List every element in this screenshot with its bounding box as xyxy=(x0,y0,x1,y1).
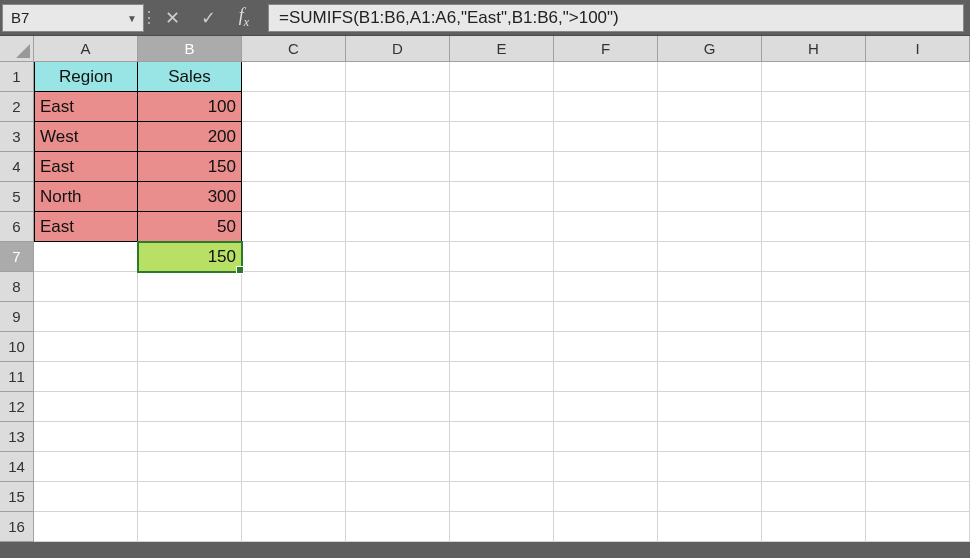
cell-g9[interactable] xyxy=(658,302,762,332)
cell-f4[interactable] xyxy=(554,152,658,182)
row-header-8[interactable]: 8 xyxy=(0,272,34,302)
cell-f11[interactable] xyxy=(554,362,658,392)
cell-g4[interactable] xyxy=(658,152,762,182)
column-header-g[interactable]: G xyxy=(658,36,762,62)
cell-a3[interactable]: West xyxy=(34,122,138,152)
cell-d6[interactable] xyxy=(346,212,450,242)
cell-g6[interactable] xyxy=(658,212,762,242)
cell-c4[interactable] xyxy=(242,152,346,182)
cell-f5[interactable] xyxy=(554,182,658,212)
cell-a6[interactable]: East xyxy=(34,212,138,242)
cell-b3[interactable]: 200 xyxy=(138,122,242,152)
cell-e10[interactable] xyxy=(450,332,554,362)
cell-d5[interactable] xyxy=(346,182,450,212)
cell-f2[interactable] xyxy=(554,92,658,122)
cell-b11[interactable] xyxy=(138,362,242,392)
cell-g11[interactable] xyxy=(658,362,762,392)
cell-f14[interactable] xyxy=(554,452,658,482)
cell-h2[interactable] xyxy=(762,92,866,122)
cell-i11[interactable] xyxy=(866,362,970,392)
cell-c3[interactable] xyxy=(242,122,346,152)
cell-d2[interactable] xyxy=(346,92,450,122)
cell-c6[interactable] xyxy=(242,212,346,242)
cell-c11[interactable] xyxy=(242,362,346,392)
row-header-15[interactable]: 15 xyxy=(0,482,34,512)
cell-g13[interactable] xyxy=(658,422,762,452)
cell-e14[interactable] xyxy=(450,452,554,482)
row-header-11[interactable]: 11 xyxy=(0,362,34,392)
cell-h13[interactable] xyxy=(762,422,866,452)
cell-e5[interactable] xyxy=(450,182,554,212)
cell-h14[interactable] xyxy=(762,452,866,482)
cell-b4[interactable]: 150 xyxy=(138,152,242,182)
cell-f7[interactable] xyxy=(554,242,658,272)
cell-e8[interactable] xyxy=(450,272,554,302)
cell-f13[interactable] xyxy=(554,422,658,452)
row-header-1[interactable]: 1 xyxy=(0,62,34,92)
cell-g12[interactable] xyxy=(658,392,762,422)
cell-h4[interactable] xyxy=(762,152,866,182)
cell-f16[interactable] xyxy=(554,512,658,542)
cell-c10[interactable] xyxy=(242,332,346,362)
cell-b16[interactable] xyxy=(138,512,242,542)
cell-h10[interactable] xyxy=(762,332,866,362)
column-header-d[interactable]: D xyxy=(346,36,450,62)
cell-c15[interactable] xyxy=(242,482,346,512)
cell-d11[interactable] xyxy=(346,362,450,392)
cell-d7[interactable] xyxy=(346,242,450,272)
cell-h12[interactable] xyxy=(762,392,866,422)
cell-f1[interactable] xyxy=(554,62,658,92)
cell-b1[interactable]: Sales xyxy=(138,62,242,92)
row-header-4[interactable]: 4 xyxy=(0,152,34,182)
cell-h8[interactable] xyxy=(762,272,866,302)
cell-e16[interactable] xyxy=(450,512,554,542)
cell-i15[interactable] xyxy=(866,482,970,512)
column-header-a[interactable]: A xyxy=(34,36,138,62)
cell-c13[interactable] xyxy=(242,422,346,452)
cell-e3[interactable] xyxy=(450,122,554,152)
cell-e15[interactable] xyxy=(450,482,554,512)
cell-i16[interactable] xyxy=(866,512,970,542)
cell-d8[interactable] xyxy=(346,272,450,302)
cell-i2[interactable] xyxy=(866,92,970,122)
cell-c1[interactable] xyxy=(242,62,346,92)
cell-g15[interactable] xyxy=(658,482,762,512)
cell-f8[interactable] xyxy=(554,272,658,302)
cell-a12[interactable] xyxy=(34,392,138,422)
cell-i8[interactable] xyxy=(866,272,970,302)
column-header-b[interactable]: B xyxy=(138,36,242,62)
cell-a2[interactable]: East xyxy=(34,92,138,122)
cell-i12[interactable] xyxy=(866,392,970,422)
row-header-13[interactable]: 13 xyxy=(0,422,34,452)
cell-e2[interactable] xyxy=(450,92,554,122)
cell-i4[interactable] xyxy=(866,152,970,182)
cell-e4[interactable] xyxy=(450,152,554,182)
cell-a14[interactable] xyxy=(34,452,138,482)
cell-c8[interactable] xyxy=(242,272,346,302)
cell-h3[interactable] xyxy=(762,122,866,152)
cell-a15[interactable] xyxy=(34,482,138,512)
cell-i10[interactable] xyxy=(866,332,970,362)
cell-e9[interactable] xyxy=(450,302,554,332)
cell-d13[interactable] xyxy=(346,422,450,452)
cell-b7[interactable]: 150 xyxy=(138,242,242,272)
cell-f10[interactable] xyxy=(554,332,658,362)
cell-i3[interactable] xyxy=(866,122,970,152)
row-header-6[interactable]: 6 xyxy=(0,212,34,242)
cell-h5[interactable] xyxy=(762,182,866,212)
cancel-formula-button[interactable]: ✕ xyxy=(154,4,190,32)
cell-c2[interactable] xyxy=(242,92,346,122)
cell-d9[interactable] xyxy=(346,302,450,332)
cell-c9[interactable] xyxy=(242,302,346,332)
formula-input[interactable]: =SUMIFS(B1:B6,A1:A6,"East",B1:B6,">100") xyxy=(268,4,964,32)
cell-h7[interactable] xyxy=(762,242,866,272)
cell-h11[interactable] xyxy=(762,362,866,392)
name-box[interactable]: B7 ▼ xyxy=(2,4,144,32)
cell-h1[interactable] xyxy=(762,62,866,92)
cell-f6[interactable] xyxy=(554,212,658,242)
cell-g16[interactable] xyxy=(658,512,762,542)
row-header-12[interactable]: 12 xyxy=(0,392,34,422)
cell-i1[interactable] xyxy=(866,62,970,92)
cell-b10[interactable] xyxy=(138,332,242,362)
cell-h6[interactable] xyxy=(762,212,866,242)
